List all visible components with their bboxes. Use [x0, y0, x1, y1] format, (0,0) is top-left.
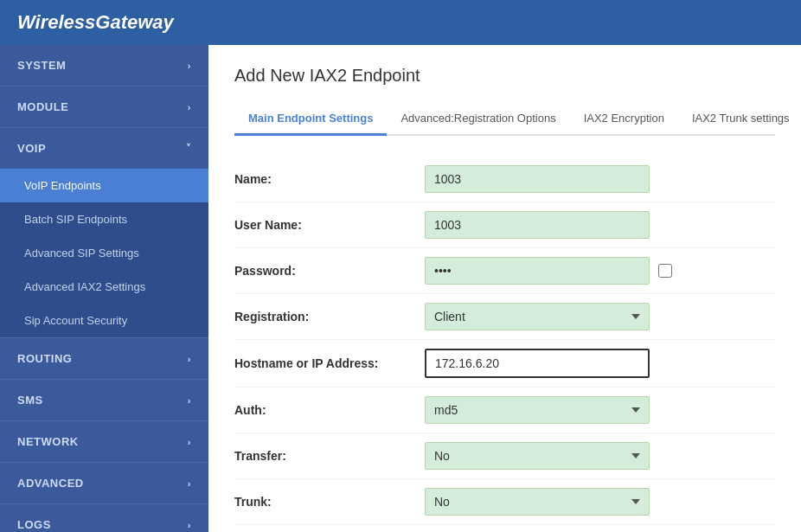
label-trunk: Trunk: [234, 495, 425, 509]
form-row-password: Password: [234, 248, 775, 294]
form-row-hostname: Hostname or IP Address: [234, 340, 775, 388]
sidebar-item-advanced[interactable]: ADVANCED › [0, 463, 208, 503]
sidebar-item-advanced-iax2[interactable]: Advanced IAX2 Settings [0, 270, 208, 304]
tab-iax2-encryption[interactable]: IAX2 Encryption [570, 103, 678, 136]
main-layout: SYSTEM › MODULE › VOIP ˅ VoIP Endpoints … [0, 45, 801, 532]
tab-advanced-registration[interactable]: Advanced:Registration Options [387, 103, 569, 136]
label-transfer: Transfer: [234, 449, 425, 463]
select-auth[interactable]: md5 plaintext rsa [425, 396, 650, 424]
sidebar-label-routing: ROUTING [17, 352, 72, 365]
label-name: Name: [234, 172, 425, 186]
label-auth: Auth: [234, 403, 425, 417]
control-username [425, 211, 775, 239]
sidebar: SYSTEM › MODULE › VOIP ˅ VoIP Endpoints … [0, 45, 208, 532]
sidebar-item-module[interactable]: MODULE › [0, 87, 208, 127]
sidebar-section-voip: VOIP ˅ VoIP Endpoints Batch SIP Endpoint… [0, 128, 208, 338]
control-transfer: No Yes [425, 442, 775, 470]
app-header: WirelessGateway [0, 0, 801, 45]
sidebar-item-advanced-sip[interactable]: Advanced SIP Settings [0, 236, 208, 270]
control-name [425, 165, 775, 193]
control-hostname [425, 349, 775, 378]
form-row-trunk: Trunk: No Yes [234, 479, 775, 525]
sidebar-item-system[interactable]: SYSTEM › [0, 45, 208, 86]
sidebar-item-voip-endpoints[interactable]: VoIP Endpoints [0, 169, 208, 202]
sidebar-section-network: NETWORK › [0, 421, 208, 463]
chevron-right-icon: › [188, 395, 191, 406]
input-name[interactable] [425, 165, 650, 193]
sidebar-label-sms: SMS [17, 394, 43, 407]
chevron-right-icon: › [188, 478, 191, 489]
form-row-name: Name: [234, 157, 775, 202]
sidebar-label-module: MODULE [17, 100, 68, 113]
input-password[interactable] [425, 257, 650, 285]
sidebar-item-network[interactable]: NETWORK › [0, 421, 208, 462]
app-title: WirelessGateway [17, 11, 174, 34]
sidebar-section-module: MODULE › [0, 87, 208, 128]
tab-bar: Main Endpoint Settings Advanced:Registra… [234, 103, 775, 136]
label-hostname: Hostname or IP Address: [234, 356, 425, 370]
form-row-username: User Name: [234, 202, 775, 248]
sidebar-label-logs: LOGS [17, 518, 51, 531]
chevron-right-icon: › [188, 102, 191, 112]
chevron-right-icon: › [188, 354, 191, 364]
sidebar-section-logs: LOGS › [0, 504, 208, 532]
form-row-registration: Registration: Client Server None [234, 294, 775, 340]
sidebar-section-advanced: ADVANCED › [0, 463, 208, 504]
chevron-right-icon: › [188, 520, 191, 530]
sidebar-item-batch-sip[interactable]: Batch SIP Endpoints [0, 202, 208, 236]
sidebar-section-system: SYSTEM › [0, 45, 208, 87]
sidebar-item-routing[interactable]: ROUTING › [0, 338, 208, 379]
sidebar-label-system: SYSTEM [17, 59, 66, 72]
form-row-auth: Auth: md5 plaintext rsa [234, 388, 775, 433]
input-username[interactable] [425, 211, 650, 239]
chevron-right-icon: › [188, 61, 191, 71]
sidebar-section-routing: ROUTING › [0, 338, 208, 380]
sidebar-section-sms: SMS › [0, 380, 208, 421]
sidebar-label-advanced: ADVANCED [17, 477, 84, 490]
page-title: Add New IAX2 Endpoint [234, 66, 775, 86]
control-password [425, 257, 775, 285]
form-row-transfer: Transfer: No Yes [234, 433, 775, 479]
chevron-right-icon: › [188, 437, 191, 447]
tab-main-endpoint[interactable]: Main Endpoint Settings [234, 103, 387, 136]
label-password: Password: [234, 264, 425, 278]
sidebar-label-voip: VOIP [17, 142, 46, 155]
password-show-checkbox[interactable] [658, 264, 672, 278]
select-transfer[interactable]: No Yes [425, 442, 650, 470]
sidebar-item-logs[interactable]: LOGS › [0, 504, 208, 532]
sidebar-label-network: NETWORK [17, 435, 79, 448]
select-trunk[interactable]: No Yes [425, 488, 650, 516]
endpoint-form: Name: User Name: Password: [234, 157, 775, 525]
control-registration: Client Server None [425, 303, 775, 330]
chevron-down-icon: ˅ [186, 143, 192, 154]
control-trunk: No Yes [425, 488, 775, 516]
tab-iax2-trunk[interactable]: IAX2 Trunk settings [678, 103, 801, 136]
sidebar-voip-submenu: VoIP Endpoints Batch SIP Endpoints Advan… [0, 169, 208, 337]
select-registration[interactable]: Client Server None [425, 303, 650, 330]
input-hostname[interactable] [425, 349, 650, 378]
label-registration: Registration: [234, 310, 425, 324]
sidebar-item-voip[interactable]: VOIP ˅ [0, 128, 208, 169]
sidebar-item-sms[interactable]: SMS › [0, 380, 208, 420]
content-inner: Add New IAX2 Endpoint Main Endpoint Sett… [208, 45, 801, 532]
sidebar-item-sip-security[interactable]: Sip Account Security [0, 304, 208, 337]
label-username: User Name: [234, 218, 425, 232]
control-auth: md5 plaintext rsa [425, 396, 775, 424]
content-area: Add New IAX2 Endpoint Main Endpoint Sett… [208, 45, 801, 532]
